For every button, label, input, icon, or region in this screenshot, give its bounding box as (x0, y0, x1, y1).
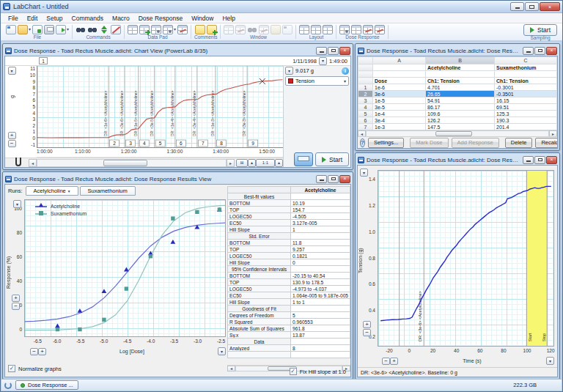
dose-analysis-icon[interactable] (375, 25, 385, 34)
table-cell[interactable]: 1e-4 (373, 111, 426, 117)
chart-maximize-button[interactable] (328, 47, 339, 55)
print-icon[interactable] (44, 25, 54, 34)
menu-macro[interactable]: Macro (108, 13, 134, 23)
document-task-button[interactable]: Dose Response ... (15, 380, 78, 390)
magnet-icon[interactable] (15, 160, 21, 166)
row-number[interactable]: 3 (358, 97, 373, 104)
results-plus-button[interactable]: + (12, 295, 20, 302)
time-ratio-display[interactable]: 1:1 (256, 159, 275, 167)
analysis-xaxis-dropdown[interactable]: ▾ (546, 357, 554, 365)
clear-selection-icon[interactable] (111, 25, 121, 34)
results-xplus-button[interactable]: + (38, 348, 46, 355)
row-number[interactable]: 2 (358, 91, 373, 97)
analysis-scale-dropdown[interactable]: ▾ (360, 169, 368, 177)
row-number[interactable]: 4 (358, 104, 373, 111)
analysis-close-button[interactable]: × (546, 156, 557, 164)
table-cell[interactable]: 3e-5 (373, 104, 426, 111)
datapad-graph-icon[interactable] (177, 25, 188, 34)
results-scale-dropdown[interactable]: ▾ (13, 200, 21, 208)
results-plot-area[interactable]: AcetylcholineSuxamethonium (24, 199, 226, 337)
menu-setup[interactable]: Setup (42, 13, 67, 23)
table-cell[interactable]: 1e-6 (373, 84, 426, 91)
table-cell[interactable]: -0.3501 (495, 91, 557, 97)
results-xminus-button[interactable]: − (30, 348, 38, 355)
chart-view-titlebar[interactable]: Dose Response - Toad Rectus Muscle.adich… (4, 45, 351, 56)
table-cell[interactable]: 126.2 (426, 117, 495, 124)
menu-window[interactable]: Window (187, 13, 218, 23)
layout-single-icon[interactable] (299, 25, 309, 34)
chart-close-button[interactable]: × (339, 47, 350, 55)
table-minimize-button[interactable] (523, 47, 534, 55)
analysis-xplus-button[interactable]: + (390, 358, 398, 365)
analysis-plus-button[interactable]: + (363, 321, 371, 328)
select-range-icon[interactable] (99, 25, 109, 34)
add-response-button[interactable]: Add Response (452, 138, 499, 148)
column-header-B[interactable]: B (426, 57, 495, 64)
scroll-right-button[interactable]: ▸ (227, 159, 235, 167)
rtable-scroll-left[interactable]: ◂ (227, 366, 235, 371)
table-cell[interactable]: 26.65 (426, 91, 495, 97)
export-dropdown-icon[interactable]: ▾ (67, 27, 69, 32)
table-cell[interactable]: 16.15 (495, 97, 557, 104)
open-file-icon[interactable] (18, 25, 28, 34)
run-tab-acetylcholine[interactable]: Acetylcholine▾ (26, 186, 78, 196)
chart-scrollbar[interactable] (37, 159, 227, 167)
run-tab-suxamethonium[interactable]: Suxamethonium (80, 186, 136, 196)
find-icon[interactable] (76, 25, 86, 34)
menu-commands[interactable]: Commands (67, 13, 108, 23)
scroll-to-end-button[interactable]: ⊞ (236, 159, 248, 167)
results-xaxis-dropdown[interactable]: ▾ (218, 347, 226, 355)
minimize-button[interactable] (510, 2, 524, 11)
fix-hill-slope-checkbox[interactable]: ✓ Fix Hill slope at 1.0 (290, 368, 346, 375)
table-cell[interactable]: 190.3 (495, 117, 557, 124)
row-number[interactable]: 1 (358, 84, 373, 91)
export-icon[interactable] (56, 25, 66, 34)
table-cell[interactable]: 109.6 (426, 111, 495, 117)
channel-selector[interactable]: Tension ▾ (285, 76, 349, 86)
row-number[interactable]: 5 (358, 111, 373, 117)
menu-edit[interactable]: Edit (23, 13, 43, 23)
add-comment-icon[interactable] (195, 25, 205, 34)
datapad-options-icon[interactable] (151, 25, 161, 34)
chart-start-button[interactable]: Start (315, 152, 349, 166)
menu-help[interactable]: Help (218, 13, 239, 23)
scrollbar-thumb[interactable] (103, 160, 147, 166)
table-cell[interactable]: 4.701 (426, 84, 495, 91)
compress-time-button[interactable]: ▴ (248, 159, 256, 167)
dose-settings-icon[interactable] (339, 25, 350, 34)
time-dropdown-button[interactable]: ▾ (319, 57, 327, 65)
help-icon[interactable]: ? (360, 138, 365, 147)
results-minimize-button[interactable] (316, 175, 327, 183)
results-view-titlebar[interactable]: Dose Response - Toad Rectus Muscle.adich… (4, 174, 351, 184)
comment-list-icon[interactable] (207, 25, 217, 34)
column-header-A[interactable]: A (373, 57, 426, 64)
scale-minus-button[interactable]: − (8, 140, 16, 147)
analysis-minus-button[interactable]: − (363, 329, 371, 336)
table-cell[interactable]: 69.51 (495, 104, 557, 111)
datapad-add-icon[interactable] (139, 25, 150, 34)
table-cell[interactable]: 86.17 (426, 104, 495, 111)
table-corner-cell[interactable] (358, 57, 373, 64)
chart-plot-area[interactable]: DR: <1e-6> <Acetylcholine>2DR: <3e-6> <A… (37, 66, 283, 148)
analysis-xminus-button[interactable]: − (382, 358, 390, 365)
scale-dropdown-button[interactable]: ▾ (8, 67, 16, 75)
delete-button[interactable]: Delete (505, 138, 533, 148)
analysis-minimize-button[interactable] (523, 156, 534, 164)
table-cell[interactable]: 54.91 (426, 97, 495, 104)
menu-dose-response[interactable]: Dose Response (134, 13, 187, 23)
table-cell[interactable]: -0.3001 (495, 84, 557, 91)
datapad-autofill-icon[interactable] (163, 25, 173, 34)
chart-minimize-button[interactable] (316, 47, 327, 55)
datapad-autofill-dropdown-icon[interactable]: ▾ (174, 27, 176, 32)
table-view-titlebar[interactable]: Dose Response - Toad Rectus Muscle.adich… (357, 45, 558, 56)
column-header-C[interactable]: C (495, 57, 557, 64)
analysis-maximize-button[interactable] (534, 156, 545, 164)
layout-quad-icon[interactable] (323, 25, 333, 34)
dose-results-icon[interactable] (363, 25, 373, 34)
menu-file[interactable]: File (4, 13, 23, 23)
scope-mode-button[interactable] (294, 152, 313, 166)
table-scroll-thumb[interactable] (435, 131, 472, 136)
scale-plus-button[interactable]: + (8, 132, 16, 139)
save-file-icon[interactable] (32, 25, 43, 34)
mark-dose-button[interactable]: Mark Dose (410, 138, 448, 148)
